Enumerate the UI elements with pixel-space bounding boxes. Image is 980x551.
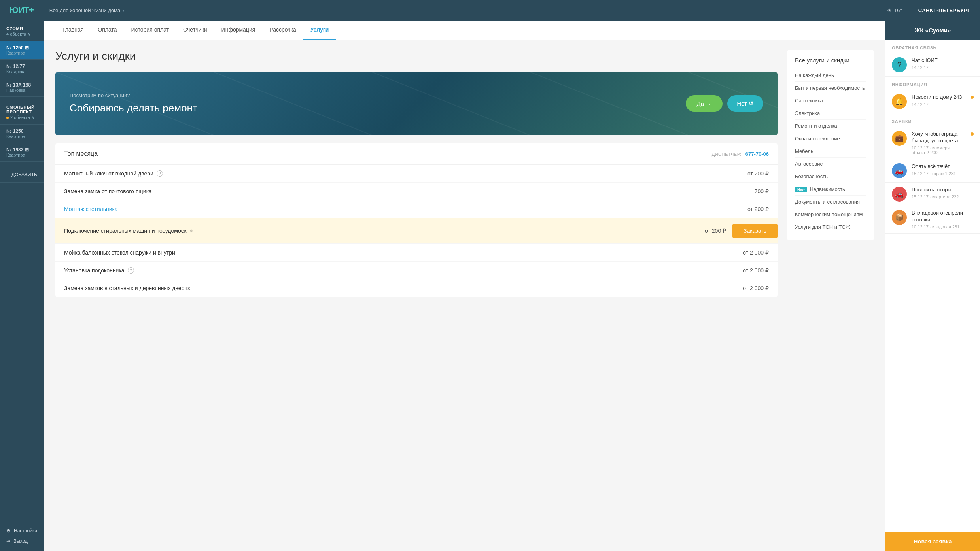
ticket-item-curtains[interactable]: 🚗 Повесить шторы 15.12.17 · квартира 222 xyxy=(885,183,980,206)
new-ticket-button[interactable]: Новая заявка xyxy=(885,532,980,551)
service-row-highlighted[interactable]: Подключение стиральных машин и посудомое… xyxy=(55,218,778,244)
banner-no-button[interactable]: Нет ↺ xyxy=(727,95,763,112)
dispatcher-phone[interactable]: 677-70-06 xyxy=(745,151,769,157)
tab-payment[interactable]: Оплата xyxy=(91,21,124,40)
category-item-windows[interactable]: Окна и остекление xyxy=(795,132,866,145)
service-price: 700 ₽ xyxy=(755,188,769,194)
tab-info[interactable]: Информация xyxy=(214,21,263,40)
tab-meters[interactable]: Счётчики xyxy=(176,21,214,40)
category-item-repair[interactable]: Ремонт и отделка xyxy=(795,120,866,132)
news-item[interactable]: 🔔 Новости по дому 243 14.12.17 xyxy=(885,90,980,113)
categories-column: Все услуги и скидки На каждый день Быт и… xyxy=(787,50,874,240)
category-item-commercial[interactable]: Коммерческим помещениям xyxy=(795,208,866,221)
tab-installment[interactable]: Рассрочка xyxy=(262,21,303,40)
header: ЮИТ+ Все для хорошей жизни дома › ☀ 16° … xyxy=(0,0,980,21)
sidebar-item-1250[interactable]: № 1250 ⊞ Квартира xyxy=(0,41,44,60)
dispatcher-label: ДИСПЕТЧЕР: xyxy=(712,152,742,157)
sidebar: СУОМИ 4 объекта ∧ № 1250 ⊞ Квартира № 12… xyxy=(0,21,44,551)
breadcrumb[interactable]: Все для хорошей жизни дома › xyxy=(49,8,887,13)
banner-subtitle: Посмотрим по ситуации? xyxy=(70,92,197,98)
sidebar-item-title: № 1250 ⊞ xyxy=(6,45,38,51)
sidebar-section-smolny-sub[interactable]: 2 объекта ∧ xyxy=(6,115,38,120)
category-item-realty[interactable]: New Недвижимость xyxy=(795,183,866,196)
news-content: Новости по дому 243 14.12.17 xyxy=(912,94,966,107)
header-divider xyxy=(910,6,910,14)
info-icon[interactable]: ? xyxy=(157,170,163,177)
banner-text: Посмотрим по ситуации? Собираюсь делать … xyxy=(70,92,197,115)
tab-home[interactable]: Главная xyxy=(55,21,91,40)
ticket-title: Повесить шторы xyxy=(912,187,974,193)
chat-item[interactable]: ? Чат с ЮИТ 14.12.17 xyxy=(885,53,980,77)
banner-buttons: Да → Нет ↺ xyxy=(686,95,763,112)
banner: Посмотрим по ситуации? Собираюсь делать … xyxy=(55,72,778,135)
service-name: Мойка балконных стекол снаружи и внутри xyxy=(64,249,175,256)
ticket-content: В кладовой отсырели потолки 10.12.17 · к… xyxy=(912,210,974,229)
sidebar-item-1277[interactable]: № 12/77 Кладовка xyxy=(0,60,44,78)
info-icon[interactable]: ? xyxy=(128,267,134,274)
dispatcher-info: ДИСПЕТЧЕР: 677-70-06 xyxy=(712,151,769,157)
chat-date: 14.12.17 xyxy=(912,65,974,70)
page-title: Услуги и скидки xyxy=(55,50,778,62)
news-title: Новости по дому 243 xyxy=(912,94,966,101)
service-name: Замена замков в стальных и деревянных дв… xyxy=(64,285,190,291)
service-row[interactable]: Мойка балконных стекол снаружи и внутри … xyxy=(55,244,778,262)
category-item-auto[interactable]: Автосервис xyxy=(795,158,866,170)
ticket-item-fence[interactable]: 💼 Хочу, чтобы ограда была другого цвета … xyxy=(885,127,980,159)
ticket-sub: 15.12.17 · гараж 1 281 xyxy=(912,171,974,176)
chat-avatar: ? xyxy=(892,57,907,72)
left-column: Услуги и скидки Посмотрим по ситуации? С… xyxy=(55,50,778,542)
ticket-title: В кладовой отсырели потолки xyxy=(912,210,974,223)
service-row[interactable]: Магнитный ключ от входной двери ? от 200… xyxy=(55,165,778,183)
ticket-item-ceiling[interactable]: 📦 В кладовой отсырели потолки 10.12.17 ·… xyxy=(885,206,980,234)
logout-button[interactable]: ⇥ Выход xyxy=(6,536,38,546)
sidebar-section-sub[interactable]: 4 объекта ∧ xyxy=(6,32,38,37)
category-item-docs[interactable]: Документы и согласования xyxy=(795,196,866,208)
chat-title: Чат с ЮИТ xyxy=(912,57,974,64)
service-name-link[interactable]: Монтаж светильника xyxy=(64,206,118,212)
sidebar-item-1250b[interactable]: № 1250 Квартира xyxy=(0,125,44,143)
ticket-content: Хочу, чтобы ограда была другого цвета 10… xyxy=(912,131,966,155)
category-item-everyday[interactable]: На каждый день xyxy=(795,69,866,82)
header-right: ☀ 16° САНКТ-ПЕТЕРБУРГ xyxy=(887,6,971,14)
service-price: от 200 ₽ xyxy=(747,206,769,212)
new-badge: New xyxy=(795,187,807,192)
category-item-plumbing[interactable]: Сантехника xyxy=(795,94,866,107)
services-section-title: Топ месяца xyxy=(64,150,98,157)
order-button[interactable]: Заказать xyxy=(732,224,778,238)
nav-tabs: Главная Оплата История оплат Счётчики Ин… xyxy=(44,21,885,40)
add-property-button[interactable]: + + ДОБАВИТЬ xyxy=(0,162,44,183)
sidebar-item-title: № 13А 168 xyxy=(6,82,38,88)
tab-history[interactable]: История оплат xyxy=(124,21,176,40)
category-item-electric[interactable]: Электрика xyxy=(795,107,866,120)
logo[interactable]: ЮИТ+ xyxy=(9,5,34,15)
sidebar-item-sub: Квартира xyxy=(6,153,38,157)
service-price: от 200 ₽ xyxy=(747,170,769,177)
ticket-sub: 10.12.17 · кладовая 281 xyxy=(912,225,974,229)
service-row[interactable]: Монтаж светильника от 200 ₽ xyxy=(55,200,778,218)
category-item-security[interactable]: Безопасность xyxy=(795,170,866,183)
category-item-daily[interactable]: Быт и первая необходимость xyxy=(795,82,866,94)
service-name: Установка подоконника ? xyxy=(64,267,134,274)
category-item-tsn[interactable]: Услуги для ТСН и ТСЖ xyxy=(795,221,866,233)
sidebar-item-1982[interactable]: № 1982 ⊞ Квартира xyxy=(0,143,44,162)
category-item-furniture[interactable]: Мебель xyxy=(795,145,866,158)
settings-button[interactable]: ⚙ Настройки xyxy=(6,526,38,536)
service-row[interactable]: Замена замков в стальных и деревянных дв… xyxy=(55,279,778,297)
ticket-content: Повесить шторы 15.12.17 · квартира 222 xyxy=(912,187,974,199)
service-row[interactable]: Замена замка от почтового ящика 700 ₽ xyxy=(55,183,778,200)
chat-content: Чат с ЮИТ 14.12.17 xyxy=(912,57,974,70)
ticket-avatar: 🚗 xyxy=(892,163,907,178)
sidebar-item-13a168[interactable]: № 13А 168 Парковка xyxy=(0,78,44,97)
sidebar-section-smolny-title: СМОЛЬНЫЙ ПРОСПЕКТ xyxy=(6,105,38,114)
city-label: САНКТ-ПЕТЕРБУРГ xyxy=(918,8,971,13)
ticket-item-leak[interactable]: 🚗 Опять всё течёт 15.12.17 · гараж 1 281 xyxy=(885,159,980,183)
tab-services[interactable]: Услуги xyxy=(303,21,336,40)
banner-yes-button[interactable]: Да → xyxy=(686,95,723,112)
news-avatar: 🔔 xyxy=(892,94,907,109)
sidebar-item-sub: Кладовка xyxy=(6,69,38,74)
tickets-section-label: ЗАЯВКИ xyxy=(885,113,980,127)
service-row[interactable]: Установка подоконника ? от 2 000 ₽ xyxy=(55,262,778,279)
cursor-icon: ⌖ xyxy=(190,228,193,234)
sun-icon: ☀ xyxy=(887,8,892,13)
sidebar-item-title: № 1982 ⊞ xyxy=(6,147,38,153)
